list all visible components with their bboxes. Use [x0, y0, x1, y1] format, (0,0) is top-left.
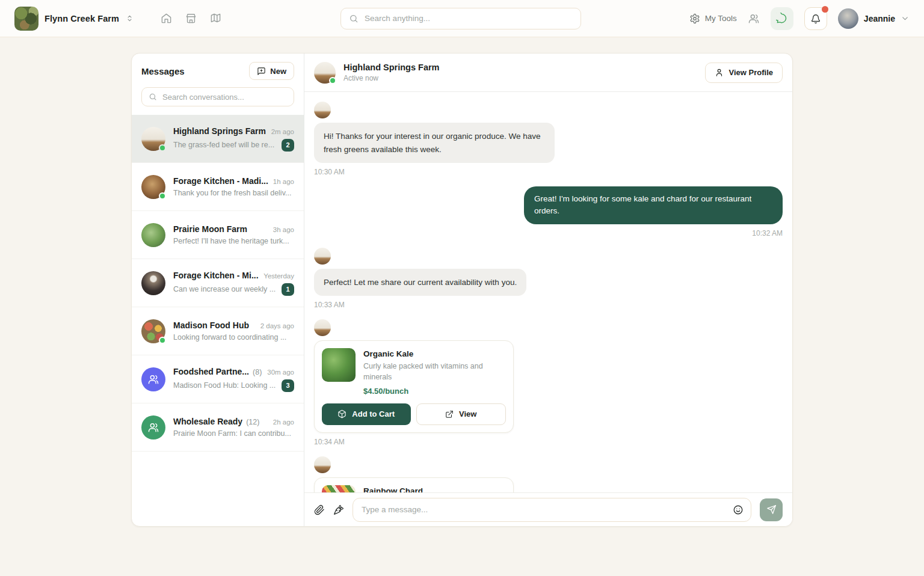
conversation-name: Madison Food Hub — [173, 320, 249, 330]
global-search[interactable] — [340, 8, 581, 29]
contact-name: Highland Springs Farm — [343, 63, 440, 72]
message-plus-icon — [257, 67, 266, 76]
sender-avatar — [314, 248, 331, 265]
conversation-preview: Madison Food Hub: Looking ... — [173, 381, 277, 390]
conversation-member-count: (12) — [246, 418, 259, 426]
view-product-button[interactable]: View — [416, 403, 507, 425]
conversation-item[interactable]: Forage Kitchen - Mi... Yesterday Can we … — [132, 259, 304, 307]
outgoing-message: Great! I'm looking for some kale and cha… — [314, 186, 783, 237]
conversation-avatar — [141, 415, 165, 440]
message-list[interactable]: Hi! Thanks for your interest in our orga… — [304, 92, 792, 492]
conversation-item[interactable]: Wholesale Ready (12) 2h ago Prairie Moon… — [132, 403, 304, 452]
unread-badge: 1 — [282, 283, 294, 296]
paperclip-icon[interactable] — [314, 504, 325, 515]
contact-status: Active now — [343, 74, 440, 82]
new-message-button[interactable]: New — [249, 62, 294, 80]
product-message: Rainbow Chard Vibrant rainbow chard with… — [314, 456, 783, 492]
product-message: Organic Kale Curly kale packed with vita… — [314, 319, 783, 446]
my-tools-button[interactable]: My Tools — [689, 13, 737, 24]
conversation-preview: Perfect! I'll have the heritage turk... — [173, 237, 294, 245]
conversations-sidebar: Messages New Highland Springs Farm 2m ag… — [132, 54, 304, 526]
conversation-item[interactable]: Foodshed Partne... (8) 30m ago Madison F… — [132, 355, 304, 403]
group-icon — [147, 373, 159, 385]
conversation-name: Forage Kitchen - Mi... — [173, 271, 259, 280]
user-name: Jeannie — [864, 14, 895, 23]
message-time: 10:32 AM — [314, 229, 783, 237]
product-image — [322, 485, 356, 492]
conversation-time: 2 days ago — [260, 322, 294, 329]
chat-header: Highland Springs Farm Active now View Pr… — [304, 54, 792, 92]
conversation-item[interactable]: Forage Kitchen - Madi... 1h ago Thank yo… — [132, 163, 304, 211]
messages-title: Messages — [141, 66, 185, 76]
community-icon[interactable] — [748, 13, 760, 25]
notifications-button[interactable] — [804, 7, 827, 30]
carrot-icon[interactable] — [333, 504, 344, 515]
org-logo[interactable] — [14, 7, 38, 31]
conversation-item[interactable]: Madison Food Hub 2 days ago Looking forw… — [132, 307, 304, 355]
home-icon[interactable] — [161, 13, 172, 24]
message-bubble: Perfect! Let me share our current availa… — [314, 269, 526, 296]
conversation-search-input[interactable] — [162, 93, 287, 102]
product-card: Rainbow Chard Vibrant rainbow chard with… — [314, 477, 514, 492]
conversation-avatar — [141, 319, 165, 343]
conversation-search[interactable] — [141, 87, 294, 106]
org-switcher-icon[interactable] — [125, 14, 134, 23]
map-icon[interactable] — [210, 13, 221, 24]
message-bubble: Great! I'm looking for some kale and cha… — [524, 186, 783, 224]
message-time: 10:33 AM — [314, 301, 783, 309]
search-icon — [349, 14, 359, 23]
conversation-avatar — [141, 367, 165, 391]
unread-badge: 2 — [282, 139, 294, 152]
conversation-name: Wholesale Ready — [173, 417, 242, 426]
conversation-name: Prairie Moon Farm — [173, 224, 247, 234]
conversation-preview: Can we increase our weekly ... — [173, 285, 277, 293]
sender-avatar — [314, 456, 331, 473]
view-label: View — [459, 409, 476, 418]
conversation-time: 2m ago — [271, 128, 294, 135]
view-profile-button[interactable]: View Profile — [705, 63, 783, 83]
product-name: Rainbow Chard — [363, 486, 506, 492]
conversation-name: Forage Kitchen - Madi... — [173, 176, 268, 186]
conversation-time: 2h ago — [273, 418, 294, 426]
add-to-cart-label: Add to Cart — [352, 409, 395, 418]
conversation-preview: Looking forward to coordinating ... — [173, 333, 294, 342]
my-tools-label: My Tools — [705, 14, 737, 23]
send-button[interactable] — [760, 498, 783, 521]
conversation-time: 1h ago — [273, 178, 294, 185]
conversation-member-count: (8) — [253, 368, 262, 376]
message-bubble: Hi! Thanks for your interest in our orga… — [314, 123, 555, 163]
external-link-icon — [445, 410, 454, 418]
online-dot — [159, 337, 166, 344]
new-button-label: New — [270, 67, 286, 76]
product-card: Organic Kale Curly kale packed with vita… — [314, 340, 514, 432]
gear-icon — [689, 13, 700, 24]
message-input[interactable] — [353, 498, 751, 522]
conversation-name: Foodshed Partne... — [173, 367, 249, 376]
emoji-icon[interactable] — [733, 504, 744, 515]
product-name: Organic Kale — [363, 349, 506, 358]
conversation-avatar — [141, 271, 165, 295]
conversation-time: Yesterday — [263, 272, 294, 280]
group-icon — [147, 421, 159, 434]
add-to-cart-button[interactable]: Add to Cart — [322, 403, 411, 425]
store-icon[interactable] — [185, 13, 197, 24]
message-time: 10:34 AM — [314, 438, 783, 446]
message-time: 10:30 AM — [314, 168, 783, 176]
user-avatar — [838, 8, 858, 29]
org-name: Flynn Creek Farm — [45, 14, 119, 23]
messages-button[interactable] — [771, 7, 793, 30]
chat-bubble-icon — [776, 13, 787, 24]
composer — [304, 492, 792, 526]
sender-avatar — [314, 102, 331, 118]
online-dot — [159, 192, 166, 200]
product-description: Curly kale packed with vitamins and mine… — [363, 361, 506, 382]
search-icon — [149, 93, 157, 101]
conversation-avatar — [141, 127, 165, 151]
conversation-item[interactable]: Highland Springs Farm 2m ago The grass-f… — [132, 115, 304, 163]
global-search-input[interactable] — [365, 14, 573, 23]
contact-avatar — [314, 62, 336, 84]
product-image — [322, 348, 356, 382]
user-menu[interactable]: Jeannie — [838, 8, 910, 29]
conversation-item[interactable]: Prairie Moon Farm 3h ago Perfect! I'll h… — [132, 211, 304, 259]
notification-dot — [822, 6, 828, 13]
